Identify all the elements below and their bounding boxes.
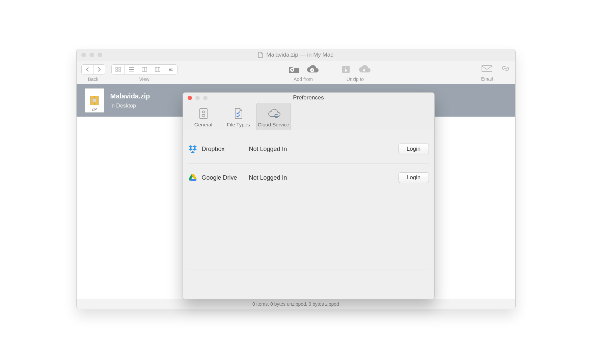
svg-rect-1 (119, 67, 120, 69)
link-item (500, 64, 511, 82)
service-status: Not Logged In (249, 146, 399, 153)
preferences-window: Preferences General File Types Cloud Ser… (183, 92, 435, 299)
service-name: Dropbox (202, 146, 225, 153)
main-window-title-text: Malavida.zip — in My Mac (266, 52, 333, 58)
zoom-main-icon[interactable] (98, 53, 102, 57)
document-icon (258, 52, 263, 58)
view-label: View (139, 77, 149, 82)
svg-rect-12 (200, 109, 207, 119)
google-drive-icon (188, 173, 197, 182)
login-button-google-drive[interactable]: Login (399, 172, 429, 183)
service-row-empty (188, 192, 429, 218)
tab-general-label: General (194, 122, 212, 127)
svg-point-10 (363, 69, 365, 71)
tab-file-types[interactable]: File Types (221, 103, 256, 130)
file-types-icon (234, 108, 243, 120)
unzip-to-label: Unzip to (347, 77, 364, 82)
dropbox-icon (188, 145, 197, 153)
view-seg (111, 64, 177, 74)
view-list-button[interactable] (125, 65, 138, 74)
svg-rect-5 (155, 67, 160, 71)
svg-rect-3 (119, 70, 120, 71)
service-row-google-drive: Google Drive Not Logged In Login (188, 163, 429, 192)
svg-rect-14 (202, 115, 205, 116)
back-button[interactable] (82, 65, 93, 74)
folder-add-icon[interactable] (287, 64, 301, 74)
link-icon[interactable] (500, 64, 511, 74)
folder-unzip-icon[interactable] (339, 64, 353, 74)
link-label (505, 76, 506, 82)
svg-rect-11 (482, 65, 492, 71)
pref-titlebar: Preferences (183, 93, 434, 103)
main-titlebar: Malavida.zip — in My Mac (77, 49, 515, 61)
view-group: View (111, 64, 177, 82)
close-pref-icon[interactable] (188, 96, 192, 100)
tab-general[interactable]: General (186, 103, 221, 130)
status-bar: 0 items, 0 bytes unzipped, 0 bytes zippe… (77, 299, 515, 309)
svg-rect-2 (116, 70, 117, 71)
traffic-lights (81, 53, 102, 57)
pref-tabbar: General File Types Cloud Service (183, 103, 434, 130)
envelope-icon[interactable] (481, 64, 493, 74)
zoom-pref-icon[interactable] (203, 96, 208, 100)
tab-file-types-label: File Types (227, 122, 250, 127)
view-arrange-button[interactable] (164, 65, 177, 74)
email-item: Email (481, 64, 493, 82)
minimize-pref-icon[interactable] (195, 96, 200, 100)
unzip-to-item: Unzip to (339, 64, 371, 82)
nav-group: Back (81, 64, 105, 82)
svg-point-9 (345, 69, 347, 71)
main-toolbar: Back View (77, 61, 515, 84)
service-row-empty (188, 244, 429, 270)
service-name: Google Drive (202, 174, 237, 181)
minimize-main-icon[interactable] (89, 53, 94, 57)
view-icons-button[interactable] (112, 65, 125, 74)
tab-cloud-service-label: Cloud Service (258, 122, 289, 127)
file-location-link[interactable]: Desktop (116, 103, 136, 109)
back-label: Back (88, 77, 98, 82)
service-row-empty (188, 218, 429, 244)
view-columns-button[interactable] (138, 65, 151, 74)
svg-point-13 (202, 111, 204, 113)
service-row-dropbox: Dropbox Not Logged In Login (188, 135, 429, 163)
svg-rect-0 (116, 67, 117, 69)
cloud-service-icon (267, 108, 280, 120)
add-from-label: Add from (294, 77, 313, 82)
add-from-item: Add from (287, 64, 319, 82)
nav-seg (81, 64, 105, 74)
login-button-dropbox[interactable]: Login (399, 144, 429, 154)
general-icon (199, 108, 208, 120)
close-main-icon[interactable] (81, 53, 86, 57)
service-status: Not Logged In (249, 174, 399, 181)
forward-button[interactable] (93, 65, 105, 74)
file-name: Malavida.zip (110, 92, 150, 100)
cloud-unzip-icon[interactable] (357, 64, 371, 74)
email-label: Email (481, 76, 493, 82)
view-coverflow-button[interactable] (151, 65, 164, 74)
tab-cloud-service[interactable]: Cloud Service (256, 103, 291, 130)
file-location: In Desktop (110, 103, 150, 109)
pref-title: Preferences (183, 94, 434, 101)
pref-body: Dropbox Not Logged In Login Google Drive… (183, 130, 434, 276)
main-window-title: Malavida.zip — in My Mac (77, 52, 515, 58)
zip-file-icon (85, 88, 104, 113)
cloud-add-icon[interactable] (305, 64, 319, 74)
